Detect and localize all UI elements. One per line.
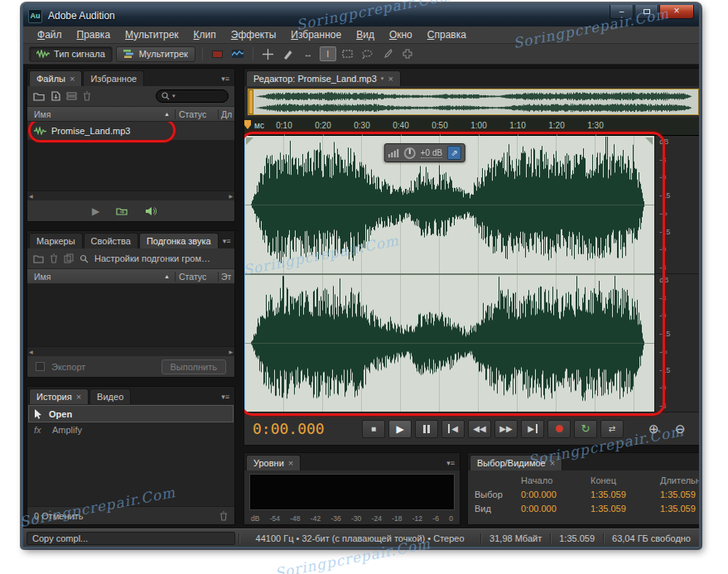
menu-multitrack[interactable]: Мультитрек	[118, 27, 186, 42]
match-settings-icon[interactable]	[80, 254, 89, 263]
tab-properties[interactable]: Свойства	[84, 233, 138, 248]
zoom-in-button[interactable]: ⊕	[643, 420, 664, 438]
tab-close-icon[interactable]: ×	[288, 460, 293, 467]
tab-selection-view[interactable]: Выбор/Видимое ×	[470, 455, 562, 470]
insert-multitrack-icon[interactable]	[66, 92, 77, 101]
panel-menu-icon[interactable]: ▾≡	[219, 234, 234, 248]
view-start[interactable]: 0:00.000	[521, 504, 591, 514]
playhead-marker-icon[interactable]	[244, 120, 251, 129]
panel-menu-icon[interactable]: ▾≡	[218, 71, 233, 86]
column-status[interactable]: Статус	[175, 109, 218, 119]
menu-edit[interactable]: Правка	[70, 27, 118, 42]
volume-value[interactable]: +0 dB	[421, 148, 442, 158]
navigator-right-handle[interactable]	[698, 89, 699, 114]
time-display[interactable]: 0:00.000	[253, 420, 359, 437]
collapse-corner-icon[interactable]	[645, 137, 653, 145]
view-end[interactable]: 1:35.059	[591, 504, 660, 514]
loop-playback-icon[interactable]	[116, 206, 128, 216]
menu-clip[interactable]: Клип	[186, 27, 224, 42]
stop-button[interactable]: ■	[362, 420, 385, 438]
paintbrush-tool-icon[interactable]	[379, 46, 396, 61]
title-bar[interactable]: Au Adobe Audition – ×	[23, 5, 699, 27]
tab-close-icon[interactable]: ×	[70, 75, 75, 83]
match-settings-label[interactable]: Настройки подгонки громкости	[94, 253, 212, 263]
panel-menu-icon[interactable]: ▾≡	[443, 456, 458, 470]
fast-forward-button[interactable]: ▶▶	[494, 420, 518, 438]
zoom-navigator[interactable]	[248, 89, 699, 115]
view-duration[interactable]: 1:35.059	[660, 504, 699, 514]
waveform-view-button[interactable]: Тип сигнала	[29, 46, 113, 62]
slip-tool-icon[interactable]: ↔	[300, 46, 316, 61]
marquee-selection-tool-icon[interactable]	[340, 46, 356, 61]
file-row-promise-land[interactable]: Promise_Land.mp3	[27, 122, 234, 140]
import-file-icon[interactable]	[51, 91, 60, 101]
time-ruler[interactable]: мс 0:10 0:20 0:30 0:40 0:50 1:00 1:10 1:…	[244, 118, 699, 136]
tab-dropdown-icon[interactable]: ▾	[381, 75, 384, 82]
waveform-plot[interactable]: +0 dB ⇗	[244, 136, 654, 412]
menu-file[interactable]: Файл	[30, 27, 70, 42]
level-meter[interactable]	[249, 474, 455, 510]
spot-healing-tool-icon[interactable]	[399, 46, 416, 61]
maximize-button[interactable]	[634, 5, 658, 19]
menu-window[interactable]: Окно	[382, 27, 420, 42]
lasso-selection-tool-icon[interactable]	[359, 46, 376, 61]
history-item-open[interactable]: Open	[29, 406, 233, 422]
zoom-selection-button[interactable]: ⊡	[696, 420, 699, 438]
loop-playback-button[interactable]: ↻	[574, 420, 597, 438]
spectral-pitch-button[interactable]	[229, 46, 246, 61]
volume-knob[interactable]	[404, 147, 416, 159]
copy-icon[interactable]	[64, 253, 74, 263]
multitrack-view-button[interactable]: Мультитрек	[116, 46, 195, 62]
match-hscrollbar[interactable]: ◀▶	[27, 346, 234, 355]
trash-icon[interactable]	[219, 511, 228, 521]
undo-counter[interactable]: 0 Отменить	[34, 511, 83, 521]
playhead-line[interactable]	[244, 136, 245, 412]
open-file-icon[interactable]	[33, 92, 46, 101]
files-hscrollbar[interactable]: ◀▶	[27, 191, 234, 200]
skip-to-end-button[interactable]: ▶	[521, 420, 544, 438]
column-et[interactable]: Эт	[218, 272, 234, 282]
pause-button[interactable]	[415, 420, 438, 438]
column-name[interactable]: Имя▲	[27, 272, 175, 282]
record-button[interactable]	[547, 420, 571, 438]
export-checkbox[interactable]	[36, 362, 45, 371]
selection-end[interactable]: 1:35.059	[591, 490, 660, 499]
selection-start[interactable]: 0:00.000	[521, 490, 591, 499]
skip-to-start-button[interactable]: ◀	[441, 420, 465, 438]
add-files-icon[interactable]	[33, 254, 44, 263]
shuttle-button[interactable]: ⇄	[600, 420, 624, 438]
menu-favorites[interactable]: Избранное	[283, 27, 349, 42]
collapse-corner-icon[interactable]	[246, 137, 253, 145]
tab-markers[interactable]: Маркеры	[29, 233, 83, 248]
trash-icon[interactable]	[50, 253, 58, 263]
speaker-icon[interactable]	[145, 206, 157, 216]
tab-levels[interactable]: Уровни ×	[246, 455, 301, 470]
tab-close-icon[interactable]: ×	[550, 460, 555, 467]
history-item-amplify[interactable]: fx Amplify	[29, 422, 233, 437]
column-duration[interactable]: Дл	[218, 109, 234, 119]
column-status[interactable]: Статус	[175, 272, 218, 282]
tab-close-icon[interactable]: ×	[76, 393, 81, 401]
search-dropdown-icon[interactable]: ▾	[172, 93, 176, 99]
files-search-input[interactable]: ▾	[156, 89, 229, 103]
run-button[interactable]: Выполнить	[162, 359, 226, 374]
zoom-out-button[interactable]: ⊖	[669, 420, 691, 438]
spectral-display-button[interactable]	[210, 46, 226, 61]
menu-effects[interactable]: Эффекты	[224, 27, 284, 42]
hud-pin-button[interactable]: ⇗	[447, 146, 461, 160]
razor-tool-icon[interactable]	[280, 46, 297, 61]
time-selection-tool-icon[interactable]: I	[320, 46, 336, 61]
tab-close-icon[interactable]: ×	[388, 75, 393, 83]
waveform-channel-right[interactable]	[244, 275, 654, 412]
trash-icon[interactable]	[83, 91, 91, 101]
close-button[interactable]: ×	[659, 5, 694, 19]
minimize-button[interactable]: –	[610, 5, 634, 19]
tab-history[interactable]: История ×	[29, 388, 89, 404]
selection-duration[interactable]: 1:35.059	[660, 490, 699, 499]
tab-files[interactable]: Файлы ×	[29, 70, 82, 86]
menu-help[interactable]: Справка	[420, 27, 474, 42]
move-tool-icon[interactable]	[260, 46, 277, 61]
tab-match-volume[interactable]: Подгонка звука	[139, 233, 219, 248]
tab-video[interactable]: Видео	[89, 388, 131, 404]
navigator-left-handle[interactable]	[248, 89, 253, 114]
